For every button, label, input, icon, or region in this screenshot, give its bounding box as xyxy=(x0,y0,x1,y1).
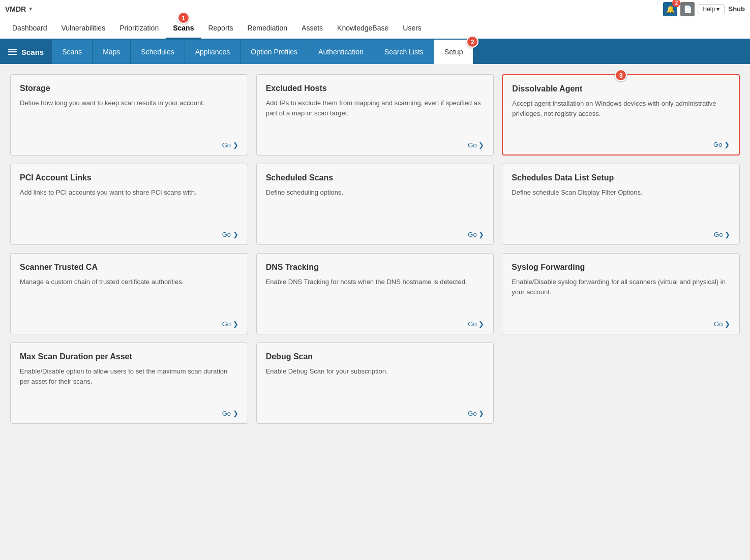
card-scanner-trusted-ca-go[interactable]: Go ❯ xyxy=(20,320,238,328)
card-max-scan-duration: Max Scan Duration per Asset Enable/Disab… xyxy=(10,343,248,424)
tab-search-lists[interactable]: Search Lists xyxy=(374,40,434,64)
card-debug-scan-go[interactable]: Go ❯ xyxy=(266,410,485,417)
callout-badge-3: 3 xyxy=(615,69,627,81)
card-scheduled-scans-go[interactable]: Go ❯ xyxy=(266,231,485,238)
nav-scans[interactable]: Scans 1 xyxy=(166,18,201,39)
card-pci-go[interactable]: Go ❯ xyxy=(20,231,238,238)
card-scanner-trusted-ca-title: Scanner Trusted CA xyxy=(20,263,238,272)
callout-badge-2: 2 xyxy=(466,36,478,48)
user-name: Shub xyxy=(729,5,745,13)
card-dissolvable-agent-title: Dissolvable Agent xyxy=(512,84,730,94)
nav-users[interactable]: Users xyxy=(396,18,429,39)
logo-chevron: ▼ xyxy=(28,6,33,12)
card-pci-account-links: PCI Account Links Add links to PCI accou… xyxy=(10,164,248,245)
card-storage: Storage Define how long you want to keep… xyxy=(10,74,248,155)
main-nav: Dashboard Vulnerabilities Prioritization… xyxy=(0,18,750,40)
card-syslog-forwarding-go[interactable]: Go ❯ xyxy=(512,320,730,328)
card-dns-tracking-title: DNS Tracking xyxy=(266,263,485,272)
card-excluded-hosts-desc: Add IPs to exclude them from mapping and… xyxy=(266,98,485,136)
nav-vulnerabilities[interactable]: Vulnerabilities xyxy=(54,18,113,39)
card-dns-tracking-desc: Enable DNS Tracking for hosts when the D… xyxy=(266,277,485,315)
tab-brand: Scans xyxy=(0,40,52,64)
nav-reports[interactable]: Reports xyxy=(201,18,240,39)
card-syslog-forwarding-desc: Enable/Disable syslog forwarding for all… xyxy=(512,277,730,315)
card-dissolvable-agent-desc: Accept agent installation on Windows dev… xyxy=(512,99,730,136)
card-max-scan-duration-desc: Enable/Disable option to allow users to … xyxy=(20,366,238,405)
card-scanner-trusted-ca-desc: Manage a custom chain of trusted certifi… xyxy=(20,277,238,315)
notification-icon[interactable]: 🔔 2 xyxy=(663,2,677,16)
nav-remediation[interactable]: Remediation xyxy=(240,18,294,39)
top-bar: VMDR ▼ 🔔 2 📄 Help ▾ Shub xyxy=(0,0,750,18)
card-storage-title: Storage xyxy=(20,84,238,93)
card-pci-desc: Add links to PCI accounts you want to sh… xyxy=(20,188,238,226)
card-excluded-hosts: Excluded Hosts Add IPs to exclude them f… xyxy=(256,74,494,155)
card-max-scan-duration-go[interactable]: Go ❯ xyxy=(20,410,238,417)
tab-scans[interactable]: Scans xyxy=(52,40,93,64)
card-pci-title: PCI Account Links xyxy=(20,173,238,182)
card-schedules-data-list-desc: Define schedule Scan Display Filter Opti… xyxy=(512,188,730,226)
app-logo[interactable]: VMDR ▼ xyxy=(5,5,33,13)
card-schedules-data-list: Schedules Data List Setup Define schedul… xyxy=(502,164,740,245)
card-schedules-data-list-go[interactable]: Go ❯ xyxy=(512,231,730,238)
menu-icon xyxy=(8,49,17,55)
card-dns-tracking-go[interactable]: Go ❯ xyxy=(266,320,485,328)
card-dissolvable-agent: 3 Dissolvable Agent Accept agent install… xyxy=(502,74,740,155)
help-button[interactable]: Help ▾ xyxy=(698,4,724,14)
card-grid: Storage Define how long you want to keep… xyxy=(10,74,740,424)
empty-cell xyxy=(502,343,740,424)
card-excluded-hosts-go[interactable]: Go ❯ xyxy=(266,141,485,149)
card-scheduled-scans-desc: Define scheduling options. xyxy=(266,188,485,226)
card-schedules-data-list-title: Schedules Data List Setup xyxy=(512,173,730,182)
card-syslog-forwarding-title: Syslog Forwarding xyxy=(512,263,730,272)
nav-knowledgebase[interactable]: KnowledgeBase xyxy=(330,18,396,39)
tab-appliances[interactable]: Appliances xyxy=(185,40,241,64)
card-storage-go[interactable]: Go ❯ xyxy=(20,141,238,149)
card-max-scan-duration-title: Max Scan Duration per Asset xyxy=(20,352,238,361)
card-storage-desc: Define how long you want to keep scan re… xyxy=(20,98,238,136)
document-icon[interactable]: 📄 xyxy=(680,2,695,16)
card-scheduled-scans-title: Scheduled Scans xyxy=(266,173,485,182)
tab-authentication[interactable]: Authentication xyxy=(308,40,374,64)
card-dissolvable-agent-go[interactable]: Go ❯ xyxy=(512,141,730,148)
card-scheduled-scans: Scheduled Scans Define scheduling option… xyxy=(256,164,494,245)
card-scanner-trusted-ca: Scanner Trusted CA Manage a custom chain… xyxy=(10,253,248,334)
notification-badge: 2 xyxy=(672,0,680,7)
card-debug-scan-title: Debug Scan xyxy=(266,352,485,361)
nav-assets[interactable]: Assets xyxy=(294,18,330,39)
tab-maps[interactable]: Maps xyxy=(93,40,131,64)
logo-text: VMDR xyxy=(5,5,26,13)
card-debug-scan: Debug Scan Enable Debug Scan for your su… xyxy=(256,343,494,424)
nav-prioritization[interactable]: Prioritization xyxy=(112,18,166,39)
card-syslog-forwarding: Syslog Forwarding Enable/Disable syslog … xyxy=(502,253,740,334)
card-dns-tracking: DNS Tracking Enable DNS Tracking for hos… xyxy=(256,253,494,334)
content-area: Storage Define how long you want to keep… xyxy=(0,64,750,521)
nav-dashboard[interactable]: Dashboard xyxy=(5,18,54,39)
card-excluded-hosts-title: Excluded Hosts xyxy=(266,84,485,93)
tab-schedules[interactable]: Schedules xyxy=(131,40,185,64)
callout-badge-1: 1 xyxy=(177,12,190,24)
card-debug-scan-desc: Enable Debug Scan for your subscription. xyxy=(266,366,485,405)
tab-option-profiles[interactable]: Option Profiles xyxy=(241,40,308,64)
tab-bar: Scans Scans Maps Schedules Appliances Op… xyxy=(0,40,750,64)
